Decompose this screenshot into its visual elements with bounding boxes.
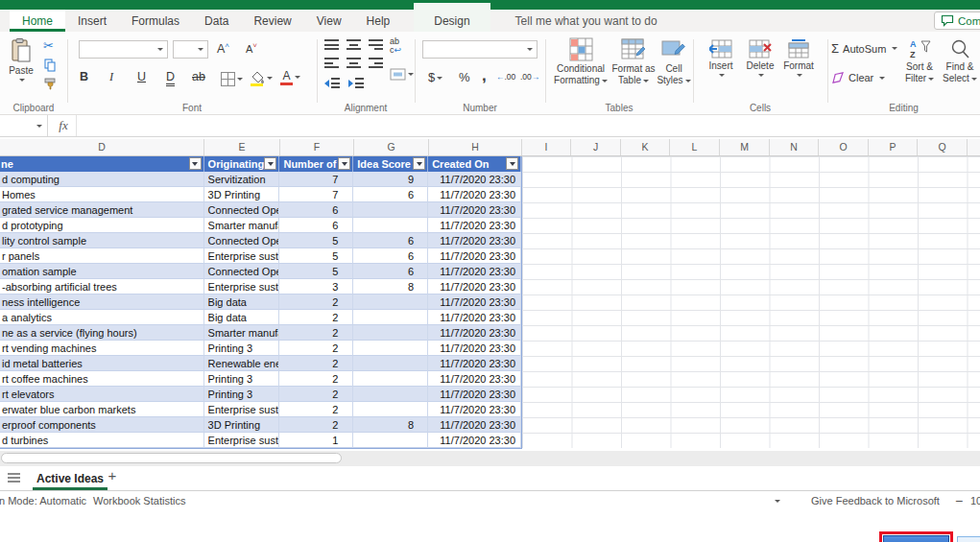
underline-button[interactable]: U: [137, 70, 146, 83]
insert-cells-button[interactable]: Insert: [705, 39, 737, 77]
table-cell[interactable]: [353, 371, 428, 387]
table-cell[interactable]: [353, 387, 428, 402]
comments-button[interactable]: Comments: [934, 12, 980, 30]
tab-help[interactable]: Help: [354, 10, 403, 32]
align-top-button[interactable]: [324, 39, 339, 50]
table-cell[interactable]: 8: [353, 279, 428, 295]
decrease-indent-button[interactable]: [324, 78, 346, 88]
table-header-cell[interactable]: Originating cl: [204, 156, 280, 172]
table-cell[interactable]: 11/7/2020 23:30: [428, 387, 521, 402]
table-cell[interactable]: 5: [279, 233, 353, 248]
tab-insert[interactable]: Insert: [65, 10, 119, 32]
table-cell[interactable]: rt elevators: [0, 387, 204, 402]
calculation-mode-status[interactable]: n Mode: Automatic: [0, 491, 86, 510]
table-cell[interactable]: 3: [279, 279, 353, 295]
workbook-statistics-button[interactable]: Workbook Statistics: [93, 491, 185, 510]
decrease-decimal-button[interactable]: .00→: [520, 72, 539, 82]
bold-button[interactable]: B: [80, 70, 88, 83]
table-cell[interactable]: 11/7/2020 23:30: [428, 172, 521, 187]
cut-button[interactable]: ✂: [43, 38, 54, 53]
table-cell[interactable]: erproof components: [0, 417, 204, 433]
borders-button[interactable]: [221, 72, 243, 86]
format-cells-button[interactable]: Format: [781, 39, 816, 77]
table-cell[interactable]: 2: [279, 417, 353, 433]
table-cell[interactable]: 5: [279, 248, 353, 264]
table-cell[interactable]: 5: [279, 264, 353, 279]
column-header-p[interactable]: P: [869, 139, 918, 155]
new-sheet-button[interactable]: +: [104, 467, 121, 483]
table-cell[interactable]: Homes: [0, 187, 204, 202]
table-cell[interactable]: [353, 433, 428, 448]
font-size-select[interactable]: [173, 40, 208, 59]
filter-button[interactable]: [264, 157, 276, 170]
table-cell[interactable]: Enterprise susta: [204, 433, 280, 448]
table-cell[interactable]: 6: [279, 202, 353, 218]
table-cell[interactable]: Smarter manufa: [204, 325, 280, 341]
table-cell[interactable]: 11/7/2020 23:30: [428, 187, 521, 202]
conditional-formatting-button[interactable]: Conditional Formatting: [551, 37, 610, 86]
table-cell[interactable]: d prototyping: [0, 218, 204, 233]
column-header-j[interactable]: J: [571, 139, 621, 155]
column-header-partial[interactable]: [968, 139, 980, 155]
double-underline-button[interactable]: D: [166, 70, 175, 86]
cell-styles-button[interactable]: Cell Styles: [657, 37, 691, 86]
table-cell[interactable]: 2: [279, 325, 353, 341]
table-header-cell[interactable]: Number of V: [279, 156, 353, 172]
horizontal-scrollbar[interactable]: [0, 451, 980, 466]
table-cell[interactable]: 2: [279, 310, 353, 325]
tell-me-box[interactable]: Tell me what you want to do: [515, 10, 657, 32]
filter-button[interactable]: [189, 157, 202, 170]
table-cell[interactable]: 11/7/2020 23:30: [428, 341, 521, 356]
tab-view[interactable]: View: [304, 10, 354, 32]
dialog-primary-button[interactable]: [883, 535, 949, 542]
column-header-n[interactable]: N: [770, 139, 819, 155]
table-cell[interactable]: 2: [279, 356, 353, 371]
table-cell[interactable]: 2: [279, 371, 353, 387]
table-cell[interactable]: 11/7/2020 23:30: [428, 233, 521, 248]
table-cell[interactable]: [353, 402, 428, 417]
wrap-text-button[interactable]: abc↩: [390, 37, 401, 55]
table-cell[interactable]: Connected Oper: [204, 202, 280, 218]
column-header-o[interactable]: O: [819, 139, 869, 155]
table-cell[interactable]: 6: [353, 233, 428, 248]
increase-indent-button[interactable]: [348, 78, 370, 88]
comma-style-button[interactable]: ,: [482, 66, 487, 85]
table-cell[interactable]: 2: [279, 402, 353, 417]
table-cell[interactable]: rt vending machines: [0, 341, 204, 356]
table-cell[interactable]: 6: [353, 187, 428, 202]
column-header-i[interactable]: I: [522, 139, 571, 155]
table-cell[interactable]: d computing: [0, 172, 204, 187]
table-cell[interactable]: -absorbing artificial trees: [0, 279, 204, 295]
tab-data[interactable]: Data: [192, 10, 241, 32]
table-cell[interactable]: 11/7/2020 23:30: [428, 371, 521, 387]
currency-button[interactable]: $: [428, 70, 442, 84]
column-header-l[interactable]: L: [670, 139, 720, 155]
align-bottom-button[interactable]: [369, 39, 383, 50]
table-cell[interactable]: 11/7/2020 23:30: [428, 310, 521, 325]
table-cell[interactable]: Connected Oper: [204, 233, 280, 248]
table-cell[interactable]: omation sample: [0, 264, 204, 279]
percent-button[interactable]: %: [459, 70, 470, 84]
table-cell[interactable]: Enterprise susta: [204, 402, 280, 417]
all-sheets-menu-icon[interactable]: [8, 473, 20, 483]
table-cell[interactable]: [353, 218, 428, 233]
table-cell[interactable]: 2: [279, 341, 353, 356]
table-cell[interactable]: 11/7/2020 23:30: [428, 248, 521, 264]
zoom-level[interactable]: 10: [970, 491, 980, 510]
status-options-caret-icon[interactable]: [773, 491, 780, 510]
spreadsheet-grid[interactable]: neOriginating clNumber of VIdea ScoreCre…: [0, 156, 980, 451]
table-cell[interactable]: Servitization: [204, 172, 280, 187]
format-as-table-button[interactable]: Format as Table: [610, 37, 657, 86]
table-cell[interactable]: Renewable ener: [204, 356, 280, 371]
table-cell[interactable]: [353, 325, 428, 341]
table-cell[interactable]: lity control sample: [0, 233, 204, 248]
sort-filter-button[interactable]: AZ Sort & Filter: [900, 37, 939, 84]
name-box[interactable]: [0, 115, 48, 136]
table-cell[interactable]: 11/7/2020 23:30: [428, 218, 521, 233]
table-cell[interactable]: Enterprise susta: [204, 279, 280, 295]
format-painter-button[interactable]: [44, 78, 57, 90]
give-feedback-link[interactable]: Give Feedback to Microsoft: [811, 491, 940, 510]
table-cell[interactable]: 1: [279, 433, 353, 448]
tab-formulas[interactable]: Formulas: [119, 10, 192, 32]
table-cell[interactable]: Printing 3: [204, 387, 280, 402]
